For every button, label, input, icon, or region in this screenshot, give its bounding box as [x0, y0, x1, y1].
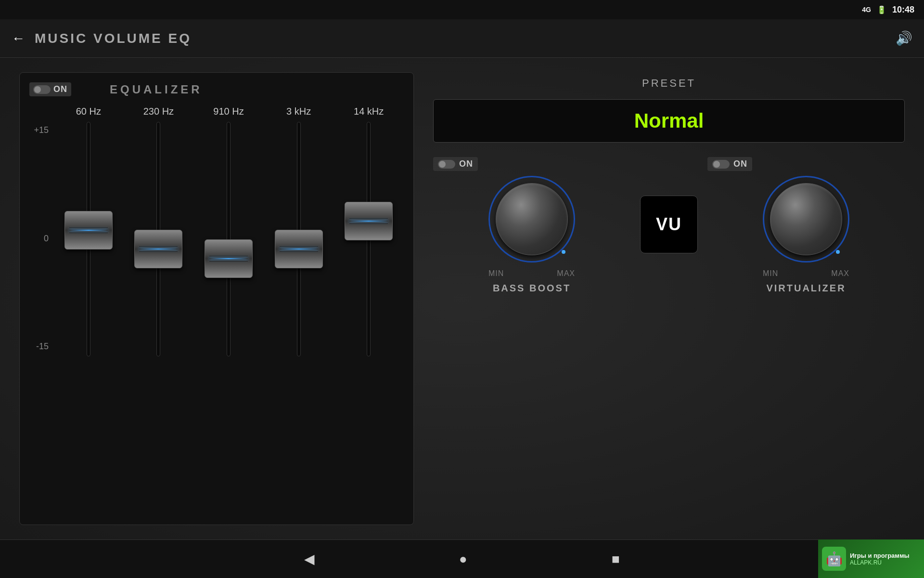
ad-text-area: Игры и программы ALLAPK.RU — [850, 552, 910, 566]
right-section: PRESET Normal ON MIN — [433, 72, 905, 525]
bass-boost-indicator — [562, 250, 565, 254]
bass-boost-name: BASS BOOST — [493, 283, 571, 294]
nav-back-button[interactable]: ◀ — [304, 551, 315, 567]
groove-6 — [209, 261, 248, 262]
sliders-container: +15 0 -15 60 Hz — [29, 106, 404, 356]
groove-1 — [69, 227, 108, 228]
vu-panel: VU — [640, 157, 698, 263]
groove-9 — [349, 218, 388, 219]
virtualizer-indicator — [836, 250, 840, 254]
back-button[interactable]: ← — [12, 31, 25, 46]
db-label-mid: 0 — [29, 234, 49, 244]
vu-label: VU — [656, 214, 682, 235]
virtualizer-name: VIRTUALIZER — [766, 283, 846, 294]
groove-7 — [280, 246, 318, 247]
ad-line2: ALLAPK.RU — [850, 559, 910, 566]
virtualizer-panel: ON MIN MAX VIRTUALIZER — [707, 157, 905, 294]
slider-handle-4[interactable] — [275, 230, 323, 268]
handle-line-4 — [280, 249, 318, 250]
virtualizer-labels: MIN MAX — [763, 269, 849, 278]
groove-2 — [69, 233, 108, 233]
slider-track-2[interactable] — [144, 122, 173, 356]
ad-banner[interactable]: 🤖 Игры и программы ALLAPK.RU — [818, 539, 924, 578]
signal-indicator: 4G — [862, 6, 871, 13]
slider-handle-1[interactable] — [64, 211, 113, 250]
eq-band-230hz: 230 Hz — [124, 106, 194, 356]
slider-handle-2[interactable] — [134, 230, 182, 268]
virtualizer-toggle-thumb — [713, 161, 720, 168]
ad-icon: 🤖 — [822, 547, 846, 571]
nav-recent-button[interactable]: ■ — [612, 552, 620, 567]
eq-band-3khz: 3 kHz — [264, 106, 334, 356]
eq-band-60hz: 60 Hz — [53, 106, 124, 356]
eq-toggle-thumb — [34, 86, 41, 93]
bass-boost-max: MAX — [557, 269, 575, 278]
virtualizer-toggle[interactable]: ON — [707, 157, 752, 171]
virtualizer-min: MIN — [763, 269, 778, 278]
preset-display[interactable]: Normal — [433, 99, 905, 143]
effects-row: ON MIN MAX BASS BOOST VU — [433, 157, 905, 294]
groove-5 — [209, 256, 248, 256]
nav-bar: ◀ ● ■ 🤖 Игры и программы ALLAPK.RU — [0, 539, 924, 578]
status-bar: 4G 🔋 10:48 — [0, 0, 924, 19]
bass-boost-toggle-track — [438, 160, 455, 169]
virtualizer-toggle-track — [712, 160, 730, 169]
battery-icon: 🔋 — [877, 5, 886, 14]
equalizer-panel: ON EQUALIZER +15 0 -15 60 Hz — [19, 72, 414, 525]
slider-track-3[interactable] — [214, 122, 243, 356]
freq-label-4: 3 kHz — [286, 106, 311, 117]
handle-line-2 — [139, 249, 178, 250]
volume-icon[interactable]: 🔊 — [896, 30, 912, 46]
vu-display: VU — [640, 196, 698, 253]
ad-robot-icon: 🤖 — [826, 551, 843, 567]
db-label-top: +15 — [29, 125, 49, 135]
main-content: ON EQUALIZER +15 0 -15 60 Hz — [0, 58, 924, 539]
db-label-bot: -15 — [29, 342, 49, 352]
slider-track-5[interactable] — [354, 122, 383, 356]
handle-line-1 — [69, 230, 108, 231]
groove-3 — [139, 246, 178, 247]
handle-line-5 — [349, 221, 388, 222]
db-labels: +15 0 -15 — [29, 106, 53, 356]
preset-label: PRESET — [433, 77, 905, 90]
freq-label-3: 910 Hz — [213, 106, 244, 117]
eq-toggle-track — [33, 85, 51, 94]
eq-toggle[interactable]: ON — [29, 82, 71, 96]
virtualizer-knob[interactable] — [763, 176, 849, 263]
equalizer-title: EQUALIZER — [110, 83, 203, 96]
virtualizer-max: MAX — [831, 269, 849, 278]
groove-10 — [349, 223, 388, 224]
virtualizer-toggle-label: ON — [733, 159, 747, 169]
ad-line1: Игры и программы — [850, 552, 910, 559]
slider-track-1[interactable] — [74, 122, 103, 356]
bass-boost-toggle-thumb — [439, 161, 446, 168]
bass-boost-toggle[interactable]: ON — [433, 157, 478, 171]
eq-header: ON EQUALIZER — [29, 82, 404, 96]
clock: 10:48 — [892, 5, 914, 15]
bass-boost-knob-body — [496, 183, 568, 255]
bass-boost-labels: MIN MAX — [488, 269, 575, 278]
top-bar: ← MUSIC VOLUME EQ 🔊 — [0, 19, 924, 58]
app-title: MUSIC VOLUME EQ — [35, 31, 886, 46]
sliders-wrapper: 60 Hz 230 Hz — [53, 106, 404, 356]
eq-toggle-label: ON — [53, 84, 67, 94]
bass-boost-panel: ON MIN MAX BASS BOOST — [433, 157, 630, 294]
eq-band-14khz: 14 kHz — [334, 106, 404, 356]
virtualizer-knob-body — [770, 183, 842, 255]
groove-8 — [280, 251, 318, 252]
nav-home-button[interactable]: ● — [459, 552, 467, 567]
preset-value: Normal — [634, 109, 704, 132]
bass-boost-knob[interactable] — [488, 176, 575, 263]
bass-boost-toggle-label: ON — [459, 159, 473, 169]
slider-handle-5[interactable] — [345, 202, 393, 240]
groove-4 — [139, 251, 178, 252]
freq-label-5: 14 kHz — [354, 106, 384, 117]
bass-boost-min: MIN — [488, 269, 504, 278]
slider-handle-3[interactable] — [205, 239, 253, 278]
eq-band-910hz: 910 Hz — [193, 106, 264, 356]
slider-track-4[interactable] — [284, 122, 313, 356]
handle-line-3 — [209, 258, 248, 259]
freq-label-2: 230 Hz — [143, 106, 174, 117]
freq-label-1: 60 Hz — [76, 106, 101, 117]
